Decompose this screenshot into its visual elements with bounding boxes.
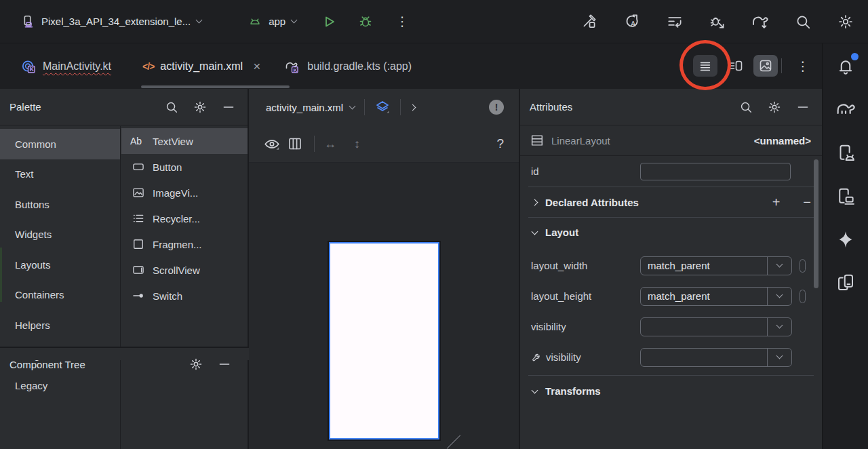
remove-attribute-button[interactable]: − bbox=[803, 195, 811, 209]
linearlayout-icon bbox=[530, 133, 545, 148]
switch-icon bbox=[131, 289, 146, 302]
design-view-button[interactable] bbox=[753, 55, 778, 77]
chevron-right-icon[interactable] bbox=[410, 104, 416, 111]
palette-category-common[interactable]: Common bbox=[0, 129, 120, 159]
run-configuration-selector[interactable]: app bbox=[248, 14, 296, 29]
dropdown-arrow[interactable] bbox=[767, 318, 791, 336]
tab-activity-main-xml[interactable]: </> activity_main.xml × bbox=[142, 43, 270, 89]
tab-mainactivity[interactable]: K MainActivity.kt bbox=[20, 43, 129, 89]
debug-button[interactable] bbox=[356, 12, 375, 31]
running-devices-button[interactable] bbox=[833, 184, 858, 209]
more-actions-button[interactable]: ⋮ bbox=[393, 12, 412, 31]
notification-badge bbox=[851, 53, 859, 60]
palette-category-containers[interactable]: Containers bbox=[0, 280, 120, 311]
orientation-variants-button[interactable] bbox=[285, 134, 304, 153]
layout-preview-device[interactable] bbox=[329, 242, 439, 440]
attribute-row-tools-visibility: visibility bbox=[520, 342, 822, 372]
id-input[interactable] bbox=[640, 163, 791, 180]
add-attribute-button[interactable]: + bbox=[772, 195, 781, 209]
declared-attributes-section[interactable]: Declared Attributes + − bbox=[520, 187, 822, 217]
palette-category-helpers[interactable]: Helpers bbox=[0, 310, 120, 340]
component-tree-options-button[interactable] bbox=[186, 355, 205, 374]
chevron-down-icon[interactable] bbox=[349, 102, 356, 109]
search-everywhere-button[interactable] bbox=[793, 12, 812, 31]
resize-height-icon[interactable]: ↕ bbox=[354, 137, 360, 151]
error-icon: ! bbox=[495, 102, 498, 113]
palette-item-recyclerview[interactable]: Recycler... bbox=[121, 206, 248, 231]
attach-debugger-button[interactable] bbox=[708, 12, 727, 31]
eye-icon bbox=[263, 135, 281, 153]
palette-item-scrollview[interactable]: ScrollView bbox=[121, 257, 248, 283]
device-manager-button[interactable] bbox=[833, 141, 858, 165]
recyclerview-icon bbox=[131, 212, 146, 225]
attributes-options-button[interactable] bbox=[765, 98, 784, 117]
help-icon[interactable]: ? bbox=[496, 136, 504, 151]
play-icon bbox=[321, 14, 337, 30]
palette-search-button[interactable] bbox=[162, 98, 181, 117]
palette-category-buttons[interactable]: Buttons bbox=[0, 189, 120, 220]
device-selector[interactable]: Pixel_3a_API_34_extension_le... bbox=[20, 14, 201, 29]
attributes-minimize-button[interactable] bbox=[793, 98, 812, 117]
component-tree-minimize-button[interactable] bbox=[215, 355, 234, 374]
palette-minimize-button[interactable] bbox=[219, 98, 238, 117]
main-toolbar: Pixel_3a_API_34_extension_le... app bbox=[0, 0, 868, 43]
profiler-button[interactable] bbox=[665, 12, 684, 31]
minimize-icon bbox=[796, 100, 810, 114]
palette-item-switch[interactable]: Switch bbox=[121, 283, 248, 309]
palette-item-fragment[interactable]: Fragmen... bbox=[121, 231, 248, 257]
close-tab-icon[interactable]: × bbox=[253, 59, 260, 74]
gradle-sync-button[interactable] bbox=[751, 12, 770, 31]
device-mirroring-button[interactable] bbox=[833, 271, 858, 295]
palette-item-imageview[interactable]: ImageVi... bbox=[121, 180, 248, 206]
search-icon bbox=[738, 100, 753, 115]
tools-attribute-toggle[interactable] bbox=[800, 259, 806, 273]
visibility-dropdown[interactable] bbox=[640, 317, 792, 336]
apply-changes-button[interactable]: A bbox=[623, 12, 642, 31]
palette-panel: Palette bbox=[0, 89, 249, 449]
palette-category-layouts[interactable]: Layouts bbox=[0, 250, 120, 280]
settings-button[interactable] bbox=[836, 12, 855, 31]
layout-variants-icon[interactable] bbox=[374, 99, 391, 115]
tab-build-gradle[interactable]: K build.gradle.kts (:app) bbox=[283, 43, 412, 89]
view-options-button[interactable] bbox=[262, 134, 281, 153]
textview-icon: Ab bbox=[130, 136, 146, 147]
resize-width-icon[interactable]: ↔ bbox=[324, 137, 336, 151]
component-tree-title: Component Tree bbox=[9, 359, 85, 370]
dropdown-arrow[interactable] bbox=[767, 257, 791, 275]
device-selector-label: Pixel_3a_API_34_extension_le... bbox=[41, 16, 191, 27]
svg-text:A: A bbox=[631, 20, 636, 28]
tools-visibility-dropdown[interactable] bbox=[640, 348, 792, 367]
layout-width-dropdown[interactable]: match_parent bbox=[640, 256, 792, 275]
palette-component-list: Ab TextView Button ImageVi... Recycler..… bbox=[121, 126, 248, 449]
gemini-button[interactable] bbox=[833, 227, 858, 252]
design-file-selector[interactable]: activity_main.xml bbox=[266, 102, 343, 113]
issue-panel-button[interactable]: ! bbox=[489, 100, 504, 115]
palette-options-button[interactable] bbox=[191, 98, 210, 117]
tab-scrollbar-thumb[interactable] bbox=[141, 85, 290, 88]
right-tool-window-bar bbox=[822, 43, 868, 449]
layout-section[interactable]: Layout bbox=[520, 218, 822, 246]
dropdown-arrow[interactable] bbox=[767, 349, 791, 366]
palette-item-button[interactable]: Button bbox=[121, 154, 248, 180]
attribute-row-layout-width: layout_width match_parent bbox=[520, 250, 822, 281]
run-button[interactable] bbox=[319, 12, 338, 31]
build-button[interactable] bbox=[580, 12, 599, 31]
transforms-section[interactable]: Transforms bbox=[520, 376, 822, 406]
palette-item-textview[interactable]: Ab TextView bbox=[121, 128, 248, 154]
attributes-scrollbar[interactable] bbox=[814, 159, 818, 288]
palette-category-widgets[interactable]: Widgets bbox=[0, 220, 120, 250]
editor-more-options-button[interactable]: ⋮ bbox=[795, 55, 811, 77]
palette-category-legacy[interactable]: Legacy bbox=[0, 370, 120, 401]
notifications-button[interactable] bbox=[833, 54, 858, 79]
layout-height-dropdown[interactable]: match_parent bbox=[640, 287, 792, 306]
svg-text:K: K bbox=[294, 66, 298, 73]
gradle-file-icon: K bbox=[283, 58, 301, 75]
toolbar-divider bbox=[781, 58, 782, 73]
device-phone-icon bbox=[20, 14, 35, 29]
palette-category-text[interactable]: Text bbox=[0, 159, 120, 190]
toolbar-divider bbox=[314, 136, 315, 152]
dropdown-arrow[interactable] bbox=[767, 288, 791, 305]
gradle-tool-window-button[interactable] bbox=[833, 97, 858, 121]
tools-attribute-toggle[interactable] bbox=[800, 290, 806, 303]
attributes-search-button[interactable] bbox=[736, 98, 755, 117]
